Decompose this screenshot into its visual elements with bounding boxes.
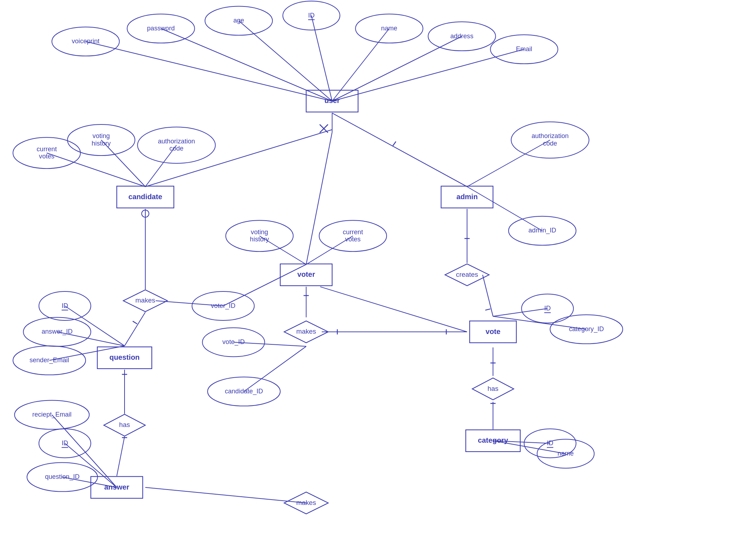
er-diagram-canvas [0,0,748,560]
